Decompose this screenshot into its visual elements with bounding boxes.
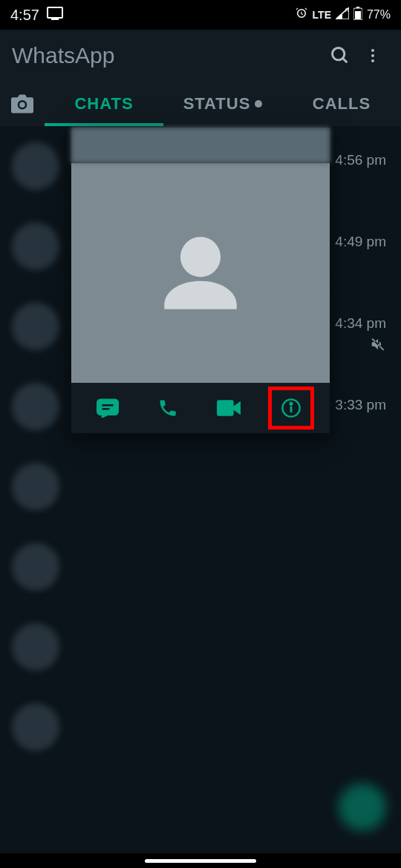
- nav-handle[interactable]: [145, 859, 256, 863]
- svg-rect-0: [48, 7, 62, 18]
- tab-calls[interactable]: CALLS: [282, 82, 401, 126]
- tab-status-label: STATUS: [183, 94, 251, 114]
- new-chat-fab[interactable]: [339, 783, 386, 831]
- chat-row[interactable]: [0, 527, 401, 607]
- call-button[interactable]: [147, 387, 189, 429]
- screen-cast-icon: [47, 7, 63, 24]
- message-button[interactable]: [87, 387, 128, 429]
- popup-actions: [71, 383, 330, 433]
- chat-time: 4:49 pm: [335, 234, 386, 250]
- chat-row[interactable]: [0, 447, 401, 527]
- svg-point-6: [333, 48, 345, 60]
- svg-rect-4: [355, 11, 361, 19]
- svg-point-8: [371, 49, 374, 52]
- svg-point-11: [180, 237, 221, 277]
- tab-status[interactable]: STATUS: [163, 82, 282, 126]
- contact-popup: [71, 128, 330, 433]
- app-title: WhatsApp: [12, 43, 324, 68]
- status-indicator-dot: [255, 100, 262, 108]
- svg-line-7: [343, 59, 348, 63]
- timestamps: 4:56 pm 4:49 pm 4:34 pm 3:33 pm: [335, 152, 386, 413]
- battery-percent: 77%: [367, 8, 391, 22]
- avatar[interactable]: [12, 383, 59, 430]
- chat-row[interactable]: [0, 687, 401, 767]
- navigation-bar: [0, 853, 401, 868]
- avatar[interactable]: [12, 463, 59, 510]
- chat-row[interactable]: [0, 607, 401, 687]
- video-call-button[interactable]: [208, 387, 250, 429]
- alarm-icon: [295, 7, 308, 23]
- status-time: 4:57: [10, 7, 39, 24]
- chat-time: 4:56 pm: [335, 152, 386, 168]
- svg-point-10: [371, 59, 374, 62]
- contact-photo[interactable]: [71, 163, 330, 383]
- svg-point-14: [290, 403, 293, 405]
- avatar[interactable]: [12, 303, 59, 350]
- tab-chats[interactable]: CHATS: [45, 82, 163, 126]
- more-options-button[interactable]: [356, 39, 389, 72]
- popup-contact-name: [71, 128, 330, 163]
- battery-icon: [353, 7, 362, 23]
- network-label: LTE: [313, 9, 331, 21]
- avatar[interactable]: [12, 703, 59, 751]
- avatar[interactable]: [12, 223, 59, 270]
- svg-rect-5: [356, 7, 359, 8]
- camera-tab[interactable]: [0, 93, 45, 114]
- avatar[interactable]: [12, 543, 59, 591]
- avatar[interactable]: [12, 623, 59, 671]
- avatar[interactable]: [12, 142, 59, 190]
- svg-point-9: [371, 54, 374, 57]
- status-bar: 4:57 LTE R: [0, 0, 401, 30]
- chat-time: 3:33 pm: [335, 397, 386, 413]
- search-button[interactable]: [324, 39, 356, 72]
- tabs-bar: CHATS STATUS CALLS: [0, 82, 401, 126]
- chat-time: 4:34 pm: [335, 315, 386, 332]
- app-header: WhatsApp: [0, 30, 401, 82]
- info-button[interactable]: [268, 387, 314, 430]
- svg-text:R: R: [345, 7, 349, 13]
- signal-icon: R: [336, 7, 349, 22]
